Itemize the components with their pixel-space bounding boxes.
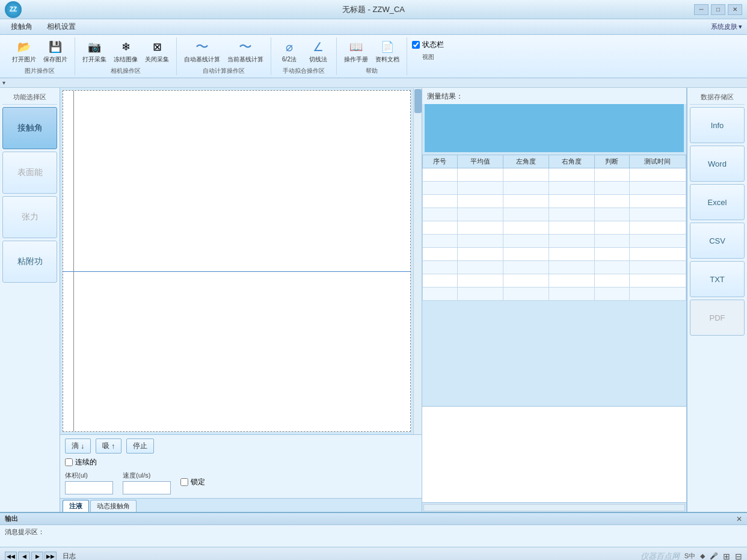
tab-bar: 注液 动态接触角 (60, 498, 422, 512)
nav-first-button[interactable]: ◀◀ (5, 552, 17, 561)
watermark-text: 仪器百点网 (641, 551, 680, 561)
func-btn-tension[interactable]: 张力 (2, 196, 57, 238)
table-row (423, 195, 686, 208)
scrollbar-thumb[interactable] (414, 89, 422, 113)
continuous-label: 连续的 (75, 457, 97, 467)
table-row (423, 274, 686, 288)
lock-row: 锁定 (180, 477, 205, 488)
statusbar-checkbox-label: 状态栏 (422, 40, 444, 50)
drip-label: 滴 (72, 441, 79, 451)
status-icon-s: S中 (684, 552, 695, 560)
status-log-label: 日志 (63, 552, 76, 560)
window-controls: ─ □ ✕ (694, 4, 742, 15)
func-btn-surface-energy[interactable]: 表面能 (2, 152, 57, 194)
table-row (423, 208, 686, 221)
status-icon-mic: 🎤 (710, 552, 718, 560)
tab-dynamic-contact[interactable]: 动态接触角 (90, 500, 137, 512)
nav-last-button[interactable]: ▶▶ (45, 552, 57, 561)
lock-label: 锁定 (191, 477, 205, 487)
current-baseline-label: 当前基线计算 (227, 55, 263, 64)
auto-baseline-button[interactable]: 〜 自动基线计算 (182, 37, 223, 65)
freeze-image-icon: ❄ (116, 38, 135, 55)
results-table: 序号 平均值 左角度 右角度 判断 测试时间 (422, 155, 686, 406)
output-close-button[interactable]: ✕ (736, 515, 742, 523)
toolbar-group-manual: ⌀ 6/2法 ∠ 切线法 手动拟合操作区 (271, 37, 337, 75)
drip-button[interactable]: 滴 ↓ (65, 438, 91, 454)
auto-group-label: 自动计算操作区 (203, 67, 245, 75)
nav-next-button[interactable]: ▶ (31, 552, 43, 561)
maximize-button[interactable]: □ (711, 4, 725, 15)
excel-button[interactable]: Excel (690, 184, 745, 220)
status-nav: ◀◀ ◀ ▶ ▶▶ 日志 (5, 552, 76, 561)
param-row: 体积(ul) 速度(ul/s) 锁定 (65, 471, 417, 494)
status-icon-grid2: ⊟ (735, 552, 742, 561)
expand-arrow[interactable]: ▾ (2, 79, 5, 86)
table-row (423, 182, 686, 195)
toolbar-btns-camera: 📷 打开采集 ❄ 冻结图像 ⊠ 关闭采集 (80, 37, 171, 65)
col-header-index: 序号 (423, 155, 458, 168)
docs-label: 资料文档 (375, 55, 399, 64)
image-canvas (63, 91, 410, 431)
word-button[interactable]: Word (690, 146, 745, 182)
close-capture-button[interactable]: ⊠ 关闭采集 (143, 37, 171, 65)
open-image-button[interactable]: 📂 打开图片 (10, 37, 38, 65)
h-scrollbar-track[interactable] (423, 504, 685, 511)
speed-label: 速度(ul/s) (123, 471, 171, 480)
main-container: 功能选择区 接触角 表面能 张力 粘附功 (0, 88, 747, 512)
continuous-checkbox[interactable] (65, 458, 73, 466)
info-button[interactable]: Info (690, 107, 745, 143)
pdf-button[interactable]: PDF (690, 300, 745, 336)
lock-checkbox[interactable] (180, 478, 188, 486)
method-62-button[interactable]: ⌀ 6/2法 (276, 37, 303, 65)
docs-button[interactable]: 📄 资料文档 (373, 37, 402, 65)
speed-input[interactable] (123, 481, 171, 494)
stop-button[interactable]: 停止 (126, 438, 154, 454)
close-button[interactable]: ✕ (728, 4, 742, 15)
tab-injection[interactable]: 注液 (63, 500, 89, 512)
func-btn-adhesion[interactable]: 粘附功 (2, 241, 57, 283)
bottom-result-panel (422, 406, 686, 502)
txt-button[interactable]: TXT (690, 261, 745, 297)
help-group-label: 帮助 (366, 67, 378, 75)
func-btn-contact-angle[interactable]: 接触角 (2, 107, 57, 149)
status-icon-diamond: ◆ (700, 552, 705, 560)
minimize-button[interactable]: ─ (694, 4, 709, 15)
save-image-button[interactable]: 💾 保存图片 (41, 37, 70, 65)
vertical-scrollbar[interactable] (413, 88, 422, 434)
image-group-label: 图片操作区 (25, 67, 55, 75)
volume-group: 体积(ul) (65, 471, 113, 494)
skin-button[interactable]: 系统皮肤 ▾ (711, 22, 742, 31)
image-area (63, 90, 411, 432)
window-title: 无标题 - ZZW_CA (342, 4, 405, 15)
col-header-right: 右角度 (549, 155, 594, 168)
pump-controls: 滴 ↓ 吸 ↑ 停止 (65, 438, 417, 454)
current-baseline-button[interactable]: 〜 当前基线计算 (225, 37, 266, 65)
menu-item-xiangji[interactable]: 相机设置 (41, 20, 82, 33)
nav-prev-button[interactable]: ◀ (18, 552, 30, 561)
table-scrollbar[interactable] (422, 502, 686, 512)
method-62-icon: ⌀ (280, 38, 299, 55)
current-baseline-icon: 〜 (236, 38, 255, 55)
storage-title: 数据存储区 (690, 90, 745, 105)
toolbar-btns-image: 📂 打开图片 💾 保存图片 (10, 37, 70, 65)
volume-label: 体积(ul) (65, 471, 113, 480)
absorb-label: 吸 (102, 441, 109, 451)
absorb-button[interactable]: 吸 ↑ (96, 438, 121, 454)
menu-item-jiaochujiao[interactable]: 接触角 (5, 20, 38, 33)
statusbar-checkbox[interactable] (412, 41, 420, 49)
auto-baseline-label: 自动基线计算 (184, 55, 220, 64)
open-capture-button[interactable]: 📷 打开采集 (80, 37, 109, 65)
manual-label: 操作手册 (344, 55, 368, 64)
tangent-method-icon: ∠ (309, 38, 328, 55)
toolbar-group-camera: 📷 打开采集 ❄ 冻结图像 ⊠ 关闭采集 相机操作区 (75, 37, 177, 75)
freeze-image-label: 冻结图像 (114, 55, 138, 64)
volume-input[interactable] (65, 481, 113, 494)
manual-button[interactable]: 📖 操作手册 (342, 37, 370, 65)
toolbar-row: 📂 打开图片 💾 保存图片 图片操作区 📷 打开采集 ❄ 冻结图像 (5, 37, 742, 75)
stop-label: 停止 (133, 441, 147, 451)
freeze-image-button[interactable]: ❄ 冻结图像 (111, 37, 140, 65)
tangent-method-label: 切线法 (309, 55, 327, 64)
expand-bar: ▾ (0, 78, 747, 88)
csv-button[interactable]: CSV (690, 223, 745, 259)
tangent-method-button[interactable]: ∠ 切线法 (305, 37, 331, 65)
